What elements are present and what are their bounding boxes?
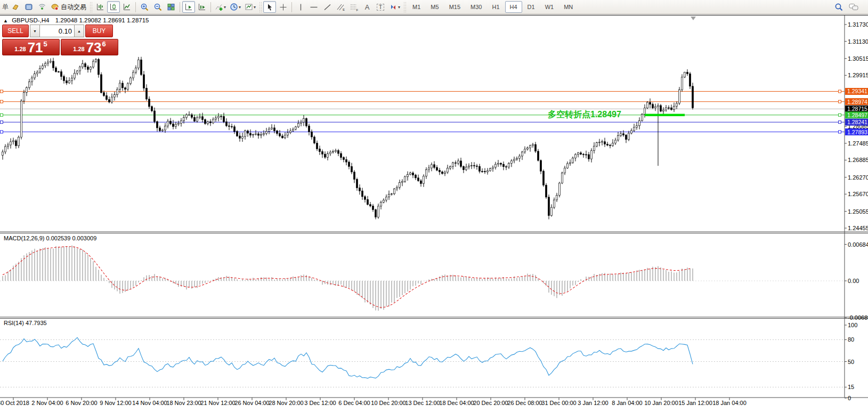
- toolbar-drag-handle[interactable]: [259, 2, 262, 12]
- one-click-row: SELL ▼ ▲ BUY: [2, 25, 118, 37]
- timeframe-button-M5[interactable]: M5: [426, 1, 443, 13]
- candle-body: [277, 131, 278, 134]
- candle-body: [77, 71, 78, 73]
- symbol-timeframe-label: GBPUSD-,H4: [12, 17, 49, 23]
- rsi-axis-label: 80: [848, 336, 854, 343]
- buy-button[interactable]: BUY: [85, 25, 113, 37]
- search-icon[interactable]: [834, 3, 843, 12]
- timeframe-button-M1[interactable]: M1: [408, 1, 425, 13]
- price-axis-label: 1.29915: [848, 72, 868, 78]
- text-button[interactable]: A: [361, 1, 374, 13]
- candle-body: [370, 205, 371, 206]
- candle-body: [202, 117, 204, 120]
- timeframe-button-D1[interactable]: D1: [523, 1, 540, 13]
- candle-body: [460, 161, 462, 167]
- horizontal-line-button[interactable]: [307, 1, 320, 13]
- volume-increase-button[interactable]: ▲: [75, 25, 84, 37]
- volume-decrease-button[interactable]: ▼: [30, 25, 39, 37]
- window-marker-icon[interactable]: ▲: [3, 18, 8, 23]
- arrows-button[interactable]: ▾: [387, 1, 402, 13]
- candle-body: [181, 121, 182, 124]
- timeframe-button-H1[interactable]: H1: [487, 1, 504, 13]
- zoom-in-button[interactable]: [138, 1, 151, 13]
- line-chart-button[interactable]: [120, 1, 133, 13]
- equidistant-channel-button[interactable]: E: [334, 1, 347, 13]
- periods-button[interactable]: ▾: [228, 1, 242, 13]
- sell-price-button[interactable]: 1.28 71 5: [2, 39, 60, 55]
- candle-body: [151, 107, 153, 111]
- candle-body: [189, 115, 190, 115]
- signal-button[interactable]: [36, 1, 48, 13]
- candle-body: [388, 195, 390, 197]
- time-axis-label: 31 Dec 00:00: [541, 400, 576, 406]
- time-axis-label: 13 Dec 12:00: [405, 400, 440, 406]
- auto-scroll-button[interactable]: [182, 1, 195, 13]
- candle-body: [588, 155, 590, 159]
- candle-body: [479, 166, 481, 171]
- candle-body: [620, 134, 622, 136]
- line-handle: [839, 100, 841, 103]
- fibonacci-button[interactable]: F: [347, 1, 360, 13]
- zoom-out-icon: [153, 3, 163, 12]
- candle-body: [458, 161, 459, 163]
- vertical-line-button[interactable]: [294, 1, 307, 13]
- indicators-button[interactable]: ▾: [213, 1, 228, 13]
- fibonacci-icon: F: [350, 3, 359, 11]
- candle-body: [21, 101, 22, 137]
- arrows-caret-icon: ▾: [398, 5, 400, 10]
- candlestick-chart-icon: [109, 3, 118, 11]
- text-label-button[interactable]: T: [374, 1, 387, 13]
- candlestick-chart-button[interactable]: [107, 1, 120, 13]
- crosshair-button[interactable]: [277, 1, 289, 13]
- order-book-button[interactable]: [9, 1, 22, 13]
- timeframe-button-H4[interactable]: H4: [505, 1, 522, 13]
- candle-body: [428, 168, 430, 170]
- candle-body: [306, 118, 307, 126]
- equidistant-channel-icon: E: [336, 3, 345, 11]
- trendline-button[interactable]: [321, 1, 334, 13]
- candle-body: [540, 160, 542, 171]
- candle-body: [431, 165, 433, 168]
- support-segment: [645, 114, 685, 116]
- autotrade-button[interactable]: 自动交易: [49, 1, 88, 13]
- price-axis-label: 1.25670: [848, 191, 868, 197]
- candle-body: [178, 124, 180, 125]
- buy-price-button[interactable]: 1.28 73 6: [61, 39, 118, 55]
- timeframe-button-M15[interactable]: M15: [444, 1, 465, 13]
- macd-axis-label: 0.006844: [848, 241, 868, 248]
- line-handle: [1, 90, 3, 93]
- candle-body: [484, 171, 486, 172]
- toolbar-drag-handle[interactable]: [403, 2, 406, 12]
- time-axis-label: 10 Jan 20:00: [644, 400, 678, 406]
- candle-body: [452, 163, 454, 166]
- chat-icon[interactable]: [849, 3, 859, 11]
- candle-body: [186, 115, 188, 117]
- sell-button[interactable]: SELL: [2, 25, 29, 37]
- chart-canvas[interactable]: 1.317301.311301.305151.299151.280851.274…: [0, 15, 868, 413]
- new-order-label[interactable]: 单: [2, 4, 9, 10]
- signal-icon: [38, 3, 46, 11]
- timeframe-button-M30[interactable]: M30: [466, 1, 486, 13]
- market-watch-button[interactable]: [22, 1, 35, 13]
- timeframe-button-MN[interactable]: MN: [559, 1, 578, 13]
- tile-windows-button[interactable]: [165, 1, 177, 13]
- candle-body: [498, 163, 499, 164]
- candle-body: [37, 72, 38, 74]
- templates-button[interactable]: ▾: [243, 1, 257, 13]
- volume-input[interactable]: [39, 25, 75, 37]
- candle-body: [463, 166, 465, 169]
- candle-body: [247, 131, 249, 133]
- timeframe-button-W1[interactable]: W1: [540, 1, 559, 13]
- cursor-button[interactable]: [263, 1, 276, 13]
- chart-shift-button[interactable]: [196, 1, 208, 13]
- candle-body: [346, 160, 347, 163]
- candle-body: [628, 133, 630, 140]
- bar-chart-button[interactable]: [94, 1, 107, 13]
- time-axis-label: 20 Dec 20:00: [473, 400, 508, 406]
- candle-body: [527, 148, 529, 149]
- candle-body: [682, 77, 683, 90]
- zoom-out-button[interactable]: [151, 1, 164, 13]
- toolbar-right: [834, 3, 866, 12]
- chart-annotation[interactable]: 多空转折点1.28497: [548, 109, 621, 120]
- toolbar-drag-handle[interactable]: [90, 2, 92, 12]
